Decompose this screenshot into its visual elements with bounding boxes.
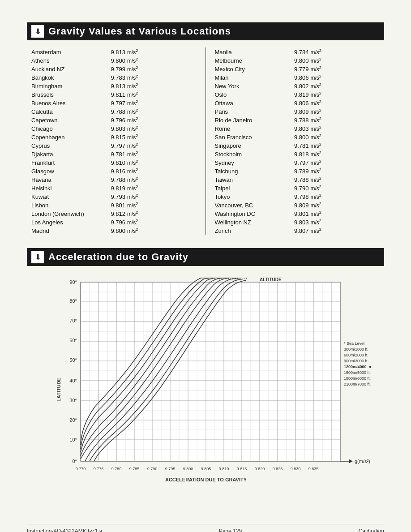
gravity-value: 9.810 xyxy=(103,159,125,166)
city-name: Vancouver, BC xyxy=(215,202,287,209)
gravity-value: 9.800 xyxy=(287,134,309,141)
footer-center: Page 129 xyxy=(219,528,242,532)
city-name: New York xyxy=(215,83,287,90)
svg-text:9.805: 9.805 xyxy=(201,467,211,471)
left-column: Amsterdam9.813m/s2Athens9.800m/s2Aucklan… xyxy=(31,47,197,235)
city-name: Ottawa xyxy=(215,100,287,107)
city-name: Rome xyxy=(215,125,287,132)
gravity-value: 9.797 xyxy=(103,100,125,107)
svg-text:9.835: 9.835 xyxy=(308,467,319,471)
y-axis-label: LATITUDE xyxy=(56,378,61,402)
city-name: Paris xyxy=(215,108,287,115)
svg-text:9.790: 9.790 xyxy=(147,467,158,471)
gravity-value: 9.796 xyxy=(103,219,125,226)
gravity-unit: m/s2 xyxy=(127,99,138,107)
city-name: Helsinki xyxy=(31,185,103,192)
city-name: Bangkok xyxy=(31,74,103,81)
city-name: Los Angeles xyxy=(31,219,103,226)
city-name: London (Greenwich) xyxy=(31,210,103,217)
gravity-unit: m/s2 xyxy=(127,65,138,73)
svg-text:600m/2000 ft.: 600m/2000 ft. xyxy=(344,353,368,357)
table-row: Zurich9.807m/s2 xyxy=(215,226,371,235)
table-row: Copenhagen9.815m/s2 xyxy=(31,133,188,141)
table-row: New York9.802m/s2 xyxy=(215,82,371,90)
table-row: Taiwan9.788m/s2 xyxy=(215,175,371,184)
table-row: Washington DC9.801m/s2 xyxy=(215,209,371,218)
gravity-unit: m/s2 xyxy=(311,91,321,98)
table-row: Stockholm9.818m/s2 xyxy=(215,150,371,158)
gravity-value: 9.802 xyxy=(287,83,309,90)
city-name: Capetown xyxy=(31,117,103,124)
table-row: London (Greenwich)9.812m/s2 xyxy=(31,209,188,218)
city-name: Djakarta xyxy=(31,151,103,158)
table-row: Kuwait9.793m/s2 xyxy=(31,192,188,201)
gravity-unit: m/s2 xyxy=(127,57,138,64)
gravity-value: 9.803 xyxy=(287,219,309,226)
table-row: Auckland NZ9.799m/s2 xyxy=(31,64,188,73)
gravity-unit: m/s2 xyxy=(127,125,138,132)
svg-text:50°: 50° xyxy=(69,357,77,363)
altitude-label: ALTITUDE xyxy=(260,278,282,282)
gravity-unit: m/s2 xyxy=(311,108,321,115)
table-row: Ottawa9.806m/s2 xyxy=(215,99,371,107)
svg-text:30°: 30° xyxy=(69,398,77,403)
section-icon-2: ⇓ xyxy=(31,251,44,263)
table-row: Rio de Janeiro9.788m/s2 xyxy=(215,116,371,124)
gravity-value: 9.809 xyxy=(287,202,309,209)
svg-text:2100m/7000 ft.: 2100m/7000 ft. xyxy=(344,382,371,386)
svg-text:10°: 10° xyxy=(69,437,77,442)
gravity-value: 9.788 xyxy=(287,176,309,183)
table-row: Manila9.784m/s2 xyxy=(215,47,371,56)
svg-text:9.800: 9.800 xyxy=(183,467,193,471)
gravity-unit: m/s2 xyxy=(311,167,321,175)
gravity-value: 9.783 xyxy=(103,74,125,81)
right-column: Manila9.784m/s2Melbourne9.800m/s2Mexico … xyxy=(215,47,380,235)
table-row: Singapore9.781m/s2 xyxy=(215,141,371,150)
gravity-value: 9.813 xyxy=(103,83,125,90)
svg-text:9.810: 9.810 xyxy=(219,467,229,471)
svg-text:1500m/5000 ft.: 1500m/5000 ft. xyxy=(344,370,371,375)
gravity-unit: m/s2 xyxy=(127,210,138,217)
city-name: Sydney xyxy=(215,159,287,166)
table-row: Taichung9.789m/s2 xyxy=(215,167,371,175)
gravity-value: 9.806 xyxy=(287,74,309,81)
gravity-unit: m/s2 xyxy=(311,57,321,64)
city-name: Chicago xyxy=(31,125,103,132)
city-name: Rio de Janeiro xyxy=(215,117,287,124)
gravity-value: 9.800 xyxy=(103,57,125,64)
gravity-value: 9.815 xyxy=(103,134,125,141)
gravity-value: 9.809 xyxy=(287,108,309,115)
city-name: Auckland NZ xyxy=(31,66,103,73)
table-row: Los Angeles9.796m/s2 xyxy=(31,218,188,226)
city-name: Glasgow xyxy=(31,168,103,175)
city-name: Kuwait xyxy=(31,193,103,200)
city-name: Washington DC xyxy=(215,210,287,217)
gravity-unit: m/s2 xyxy=(311,65,321,73)
svg-text:20°: 20° xyxy=(69,417,77,423)
gravity-value: 9.793 xyxy=(103,193,125,200)
gravity-unit: m/s2 xyxy=(311,48,321,56)
svg-text:60°: 60° xyxy=(69,338,77,343)
table-row: Birmingham9.813m/s2 xyxy=(31,82,188,90)
svg-text:9.770: 9.770 xyxy=(76,467,86,471)
city-name: Taiwan xyxy=(215,176,287,183)
table-row: San Francisco9.800m/s2 xyxy=(215,133,371,141)
city-name: Milan xyxy=(215,74,287,81)
table-row: Tokyo9.798m/s2 xyxy=(215,192,371,201)
city-name: Brussels xyxy=(31,91,103,98)
gravity-unit: m/s2 xyxy=(127,219,138,226)
table-row: Helsinki9.819m/s2 xyxy=(31,184,188,192)
svg-text:1200m/4000 ◄: 1200m/4000 ◄ xyxy=(344,365,372,369)
city-name: Copenhagen xyxy=(31,134,103,141)
city-name: Birmingham xyxy=(31,83,103,90)
gravity-value: 9.801 xyxy=(287,210,309,217)
gravity-value: 9.784 xyxy=(287,49,309,56)
gravity-unit: m/s2 xyxy=(127,108,138,115)
gravity-value: 9.818 xyxy=(287,151,309,158)
gravity-unit: m/s2 xyxy=(127,91,138,98)
svg-text:9.820: 9.820 xyxy=(255,467,265,471)
table-row: Frankfurt9.810m/s2 xyxy=(31,158,188,167)
gravity-unit: m/s2 xyxy=(311,219,321,226)
city-name: Singapore xyxy=(215,142,287,149)
gravity-value: 9.790 xyxy=(287,185,309,192)
